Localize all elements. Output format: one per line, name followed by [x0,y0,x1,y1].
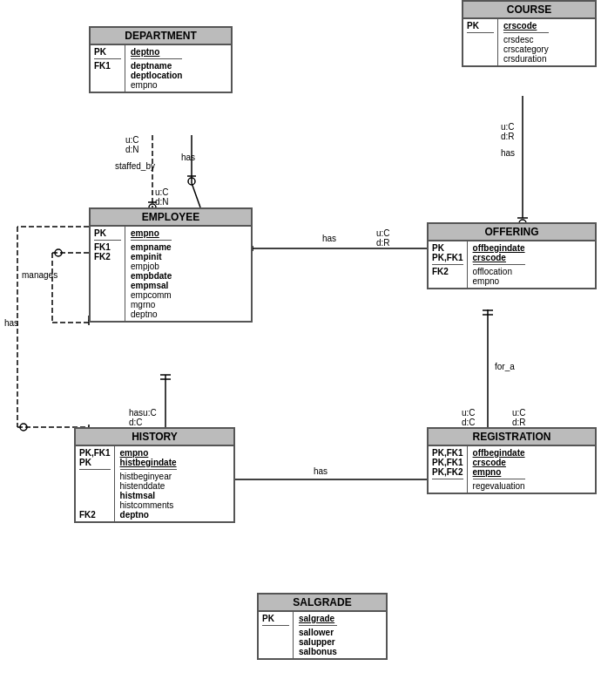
department-header: DEPARTMENT [91,28,231,45]
employee-pk-col: PK FK1 FK2 [91,227,125,321]
salgrade-attrs: salgrade sallower salupper salbonus [294,612,342,658]
offering-pk-col: PK PK,FK1 FK2 [429,241,468,288]
employee-header: EMPLOYEE [91,209,251,227]
registration-attrs: offbegindate crscode empno regevaluation [468,446,530,493]
ucd-reg1: u:Cd:C [462,408,476,427]
registration-pk-col: PK,FK1 PK,FK1 PK,FK2 [429,446,468,493]
course-header: COURSE [463,2,595,19]
svg-line-2 [192,183,200,207]
label-manages: manages [22,270,57,280]
entity-registration: REGISTRATION PK,FK1 PK,FK1 PK,FK2 offbeg… [427,427,597,494]
label-has-dept: has [181,153,195,162]
ucd-staffed-dept: u:Cd:N [125,135,139,154]
label-has-history: has [314,466,328,476]
employee-attrs: empno empname empinit empjob empbdate em… [125,227,177,321]
svg-point-21 [20,424,27,431]
entity-salgrade: SALGRADE PK salgrade sallower salupper s… [257,593,388,660]
ucd-emp-offering: u:Cd:R [376,228,390,248]
ucd-hasu: hasu:Cd:C [129,408,157,427]
course-pk-col: PK [463,19,498,65]
entity-department: DEPARTMENT PK FK1 deptno deptname deptlo… [89,26,233,93]
entity-offering: OFFERING PK PK,FK1 FK2 offbegindate crsc… [427,222,597,289]
history-pk-col: PK,FK1 PK FK2 [76,446,115,521]
label-for-a: for_a [495,362,515,371]
label-staffed-by: staffed_by [115,161,155,171]
entity-history: HISTORY PK,FK1 PK FK2 empno histbegindat… [74,427,235,523]
label-has-course: has [501,148,515,158]
course-attrs: crscode crsdesc crscategory crsduration [498,19,554,65]
entity-course: COURSE PK crscode crsdesc crscategory cr… [462,0,597,67]
diagram-container: staffed_by has manages has has has for_a… [0,0,601,700]
salgrade-pk-col: PK [259,612,294,658]
registration-header: REGISTRATION [429,429,595,446]
label-has-outer: has [4,318,18,328]
offering-attrs: offbegindate crscode offlocation empno [468,241,530,288]
label-has-emp-offering: has [322,234,336,243]
history-attrs: empno histbegindate histbeginyear histen… [115,446,182,521]
salgrade-header: SALGRADE [259,595,386,612]
svg-point-16 [188,178,195,185]
history-header: HISTORY [76,429,233,446]
ucd-staffed-emp: u:Cd:N [155,187,169,207]
entity-employee: EMPLOYEE PK FK1 FK2 empno empname empini… [89,207,253,323]
offering-header: OFFERING [429,224,595,241]
svg-point-18 [55,249,62,256]
ucd-reg2: u:Cd:R [512,408,526,427]
department-pk-col: PK FK1 [91,45,125,92]
ucd-course-offering: u:Cd:R [501,122,515,141]
department-attrs: deptno deptname deptlocation empno [125,45,187,92]
